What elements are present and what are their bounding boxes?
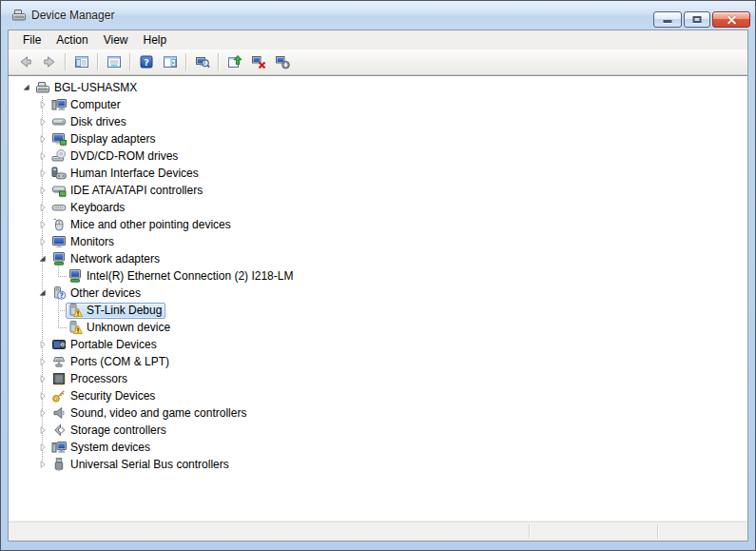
expander-expanded-icon[interactable] — [20, 80, 33, 95]
tree-item[interactable]: Sound, video and game controllers — [9, 404, 747, 422]
expander-collapsed-icon[interactable] — [36, 354, 49, 369]
tree-item[interactable]: Ports (COM & LPT) — [9, 353, 747, 370]
tree-item[interactable]: Network adapters — [9, 250, 747, 267]
tree-item-body[interactable]: Display adapters — [49, 131, 159, 148]
tree-item-body[interactable]: Ports (COM & LPT) — [49, 354, 173, 370]
tree-item-body[interactable]: Processors — [49, 371, 131, 387]
tree-item[interactable]: Mice and other pointing devices — [9, 216, 747, 233]
tree-item-body[interactable]: BGL-USHASMX — [33, 80, 141, 96]
tree-item[interactable]: Other devices — [9, 285, 747, 302]
expander-collapsed-icon[interactable] — [36, 388, 49, 403]
title-bar[interactable]: Device Manager — [1, 1, 755, 30]
tree-item[interactable]: Computer — [9, 96, 747, 113]
tree-item-body[interactable]: Portable Devices — [49, 337, 161, 353]
show-hide-console-tree-button[interactable] — [70, 51, 92, 73]
help-button[interactable] — [135, 51, 157, 73]
tree-item[interactable]: Universal Serial Bus controllers — [9, 456, 747, 473]
expander-collapsed-icon[interactable] — [36, 200, 49, 215]
properties-button[interactable] — [103, 51, 125, 73]
menu-help[interactable]: Help — [136, 31, 175, 49]
tree-item-body[interactable]: Computer — [49, 97, 125, 113]
expander-collapsed-icon[interactable] — [36, 440, 49, 455]
tree-item-label: Sound, video and game controllers — [70, 406, 246, 420]
expander-collapsed-icon[interactable] — [36, 337, 49, 352]
disable-button[interactable] — [271, 51, 293, 73]
ports-icon — [51, 354, 67, 369]
tree-item[interactable]: Intel(R) Ethernet Connection (2) I218-LM — [9, 267, 747, 285]
expander-collapsed-icon[interactable] — [36, 234, 49, 249]
tree-item-label: Universal Serial Bus controllers — [70, 458, 229, 471]
tree-item[interactable]: Human Interface Devices — [9, 165, 747, 182]
tree-item[interactable]: Security Devices — [9, 387, 747, 404]
update-driver-software-button[interactable] — [223, 51, 245, 73]
network-icon — [68, 268, 83, 284]
mouse-icon — [51, 217, 67, 232]
processor-icon — [51, 371, 67, 386]
expander-collapsed-icon[interactable] — [36, 405, 49, 421]
tree-item-body[interactable]: Network adapters — [49, 251, 164, 267]
tree-item-body[interactable]: Human Interface Devices — [49, 166, 203, 182]
tree-item-body[interactable]: Monitors — [49, 234, 118, 250]
close-button[interactable] — [712, 11, 750, 28]
toolbar-separator — [129, 53, 130, 70]
tree-item[interactable]: Processors — [9, 370, 747, 387]
expander-collapsed-icon[interactable] — [36, 457, 49, 472]
expander-collapsed-icon[interactable] — [36, 114, 49, 129]
tree-item-body[interactable]: Other devices — [49, 285, 145, 302]
tree-item-body[interactable]: Universal Serial Bus controllers — [49, 457, 233, 473]
expander-expanded-icon[interactable] — [36, 285, 49, 301]
expander-collapsed-icon[interactable] — [36, 371, 49, 386]
toolbar — [9, 49, 747, 75]
tree-item-label: Storage controllers — [70, 423, 166, 437]
menu-view[interactable]: View — [96, 31, 136, 49]
tree-item-body[interactable]: Mice and other pointing devices — [49, 217, 235, 233]
help-icon — [139, 54, 154, 69]
tree-item[interactable]: IDE ATA/ATAPI controllers — [9, 182, 747, 199]
tree-item[interactable]: Portable Devices — [9, 336, 747, 353]
expander-collapsed-icon[interactable] — [36, 148, 49, 164]
tree-item-body[interactable]: Sound, video and game controllers — [49, 405, 250, 422]
expander-collapsed-icon[interactable] — [36, 166, 49, 181]
tree-item[interactable]: Unknown device — [9, 319, 747, 336]
back-button[interactable] — [14, 51, 36, 73]
tree-item[interactable]: ST-Link Debug — [9, 302, 747, 319]
expander-collapsed-icon[interactable] — [36, 97, 49, 112]
tree-item-body[interactable]: Disk drives — [49, 114, 130, 130]
tree-item[interactable]: DVD/CD-ROM drives — [9, 148, 747, 165]
tree-item[interactable]: Keyboards — [9, 199, 747, 216]
device-tree-panel[interactable]: BGL-USHASMXComputerDisk drivesDisplay ad… — [9, 75, 747, 521]
expander-collapsed-icon[interactable] — [36, 183, 49, 198]
tree-item-body[interactable]: IDE ATA/ATAPI controllers — [49, 183, 206, 199]
tree-item[interactable]: Monitors — [9, 233, 747, 250]
maximize-button[interactable] — [684, 11, 710, 28]
tree-item[interactable]: Storage controllers — [9, 422, 747, 439]
tree-item-body[interactable]: Storage controllers — [49, 423, 170, 439]
tree-item-body[interactable]: Keyboards — [49, 200, 128, 216]
tree-item-body[interactable]: Security Devices — [49, 388, 159, 404]
uninstall-button[interactable] — [247, 51, 269, 73]
tree-item-body[interactable]: Unknown device — [66, 320, 174, 336]
tree-item-body[interactable]: DVD/CD-ROM drives — [49, 148, 182, 165]
tree-item[interactable]: BGL-USHASMX — [9, 79, 747, 96]
scan-for-hardware-changes-button[interactable] — [191, 51, 213, 73]
expander-collapsed-icon[interactable] — [36, 217, 49, 232]
tree-item[interactable]: Disk drives — [9, 113, 747, 130]
expander-collapsed-icon[interactable] — [36, 423, 49, 438]
computer-icon — [51, 97, 67, 112]
tree-item[interactable]: Display adapters — [9, 130, 747, 148]
minimize-button[interactable] — [653, 11, 682, 28]
tree-item-label: Unknown device — [87, 321, 170, 334]
menu-file[interactable]: File — [15, 31, 48, 49]
expander-collapsed-icon[interactable] — [36, 131, 49, 147]
tree-item[interactable]: System devices — [9, 439, 747, 456]
show-hide-action-pane-button[interactable] — [159, 51, 181, 73]
tree-item-body[interactable]: Intel(R) Ethernet Connection (2) I218-LM — [66, 268, 297, 285]
forward-button[interactable] — [38, 51, 60, 73]
display-icon — [51, 131, 67, 147]
tree-item-label: BGL-USHASMX — [54, 81, 137, 94]
menu-action[interactable]: Action — [48, 31, 95, 49]
dvd-icon — [51, 148, 67, 164]
tree-item-body-selected[interactable]: ST-Link Debug — [66, 303, 165, 319]
expander-expanded-icon[interactable] — [36, 251, 49, 266]
tree-item-body[interactable]: System devices — [49, 440, 154, 456]
